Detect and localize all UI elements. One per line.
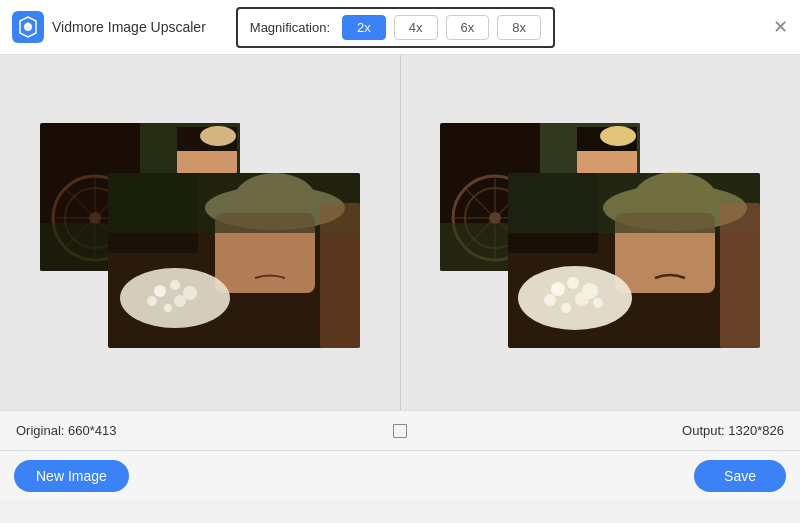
svg-point-20 [147,296,157,306]
svg-point-57 [600,126,636,146]
original-composite [40,123,360,343]
svg-point-46 [567,277,579,289]
close-button[interactable]: ✕ [773,18,788,36]
magnification-label: Magnification: [250,20,330,35]
mag-6x-button[interactable]: 6x [446,15,490,40]
main-content [0,55,800,410]
mag-4x-button[interactable]: 4x [394,15,438,40]
svg-point-50 [561,303,571,313]
save-button[interactable]: Save [694,460,786,492]
output-composite [440,123,760,343]
magnification-panel: Magnification: 2x 4x 6x 8x [236,7,555,48]
title-bar: Vidmore Image Upscaler Magnification: 2x… [0,0,800,55]
svg-point-28 [200,126,236,146]
output-image-svg [440,123,760,348]
app-logo [12,11,44,43]
svg-point-48 [544,294,556,306]
status-bar: Original: 660*413 Output: 1320*826 [0,410,800,450]
footer: New Image Save [0,450,800,500]
output-size-label: Output: 1320*826 [682,423,784,438]
svg-point-17 [154,285,166,297]
mag-2x-button[interactable]: 2x [342,15,386,40]
svg-rect-25 [320,203,360,348]
svg-point-44 [518,266,632,330]
app-title: Vidmore Image Upscaler [52,19,206,35]
svg-rect-58 [577,151,637,173]
original-size-label: Original: 660*413 [16,423,116,438]
mag-8x-button[interactable]: 8x [497,15,541,40]
svg-point-18 [170,280,180,290]
svg-point-22 [164,304,172,312]
svg-rect-29 [177,151,237,173]
original-image-panel [0,55,400,410]
original-image-svg [40,123,360,348]
output-image-panel [401,55,801,410]
new-image-button[interactable]: New Image [14,460,129,492]
svg-point-21 [174,295,186,307]
svg-point-45 [551,282,565,296]
svg-rect-54 [720,203,760,348]
compare-icon [393,424,407,438]
svg-point-49 [575,292,589,306]
svg-point-51 [593,298,603,308]
svg-point-1 [24,23,32,31]
